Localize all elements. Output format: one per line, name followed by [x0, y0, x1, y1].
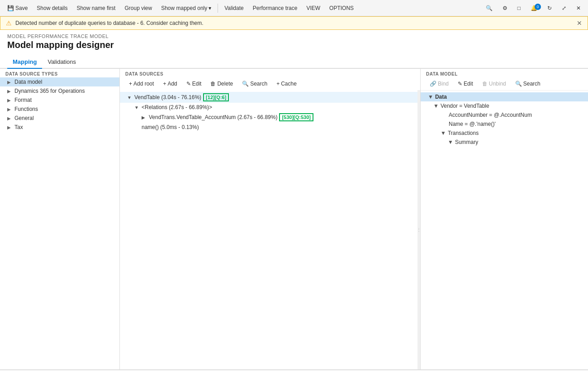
- vendtrans-label: VendTrans.VendTable_AccountNum (2.67s - …: [149, 114, 277, 120]
- data-sources-panel: DATA SOURCES + Add root + Add ✎ Edit 🗑 D…: [120, 69, 421, 369]
- sidebar-item-data-model[interactable]: ▶ Data model: [0, 77, 119, 86]
- notification-icon[interactable]: 🔔0: [527, 4, 541, 13]
- edit-icon: ✎: [186, 81, 191, 87]
- dm-node-label: Data: [435, 94, 447, 100]
- ds-node-vendtrans[interactable]: ▶ VendTrans.VendTable_AccountNum (2.67s …: [120, 112, 417, 123]
- dm-node-data[interactable]: ▼ Data: [421, 92, 588, 101]
- alert-close-button[interactable]: ✕: [577, 19, 582, 27]
- chevron-down-icon: ▼: [134, 105, 141, 110]
- performance-trace-button[interactable]: Performance trace: [249, 4, 301, 13]
- options-button[interactable]: OPTIONS: [326, 4, 357, 13]
- chevron-down-icon: ▼: [127, 95, 133, 100]
- dm-node-transactions[interactable]: ▼ Transactions: [421, 129, 588, 138]
- data-source-types-panel: DATA SOURCE TYPES ▶ Data model ▶ Dynamic…: [0, 69, 120, 369]
- details-header: ▼ DETAILS: [0, 370, 588, 373]
- add-icon: +: [163, 81, 166, 87]
- data-source-types-header: DATA SOURCE TYPES: [0, 69, 119, 77]
- chevron-down-icon: ▼: [441, 130, 446, 136]
- chevron-icon: ▶: [7, 107, 13, 112]
- search-button[interactable]: 🔍 Search: [238, 79, 271, 88]
- page-subtitle: MODEL PERFORMANCE TRACE MODEL: [7, 33, 581, 39]
- alert-banner: ⚠ Detected number of duplicate queries t…: [0, 16, 588, 30]
- sidebar-item-label: General: [14, 115, 116, 121]
- delete-button[interactable]: 🗑 Delete: [207, 79, 237, 88]
- dm-node-name[interactable]: Name = @.'name()': [421, 120, 588, 129]
- group-view-button[interactable]: Group view: [121, 4, 156, 13]
- chevron-icon: ▶: [7, 80, 13, 85]
- vendtable-label: VendTable (3.04s - 76.16%): [134, 94, 201, 100]
- sidebar-item-tax[interactable]: ▶ Tax: [0, 123, 119, 132]
- main-layout: DATA SOURCE TYPES ▶ Data model ▶ Dynamic…: [0, 69, 588, 369]
- search-icon: 🔍: [242, 81, 249, 87]
- dm-node-summary[interactable]: ▼ Summary: [421, 138, 588, 147]
- toolbar-right: 🔍 ⚙ □ 🔔0 ↻ ⤢ ✕: [482, 4, 584, 13]
- details-section: ▼ DETAILS Performance statistics Find in…: [0, 369, 588, 373]
- page-title: Model mapping designer: [7, 40, 581, 50]
- ds-node-relations[interactable]: ▼ <Relations (2.67s - 66.89%)>: [120, 103, 417, 112]
- chevron-right-icon: ▶: [142, 115, 148, 120]
- mapping-tabs: Mapping Validations: [0, 56, 588, 69]
- save-icon: 💾: [7, 5, 14, 11]
- dm-node-vendor[interactable]: ▼ Vendor = VendTable: [421, 101, 588, 110]
- add-root-icon: +: [129, 81, 132, 87]
- tab-validations[interactable]: Validations: [42, 56, 81, 69]
- unbind-button[interactable]: 🗑 Unbind: [479, 79, 510, 88]
- add-button[interactable]: + Add: [159, 79, 180, 88]
- dm-node-label: Name = @.'name()': [449, 121, 496, 127]
- sidebar-item-dynamics365[interactable]: ▶ Dynamics 365 for Operations: [0, 86, 119, 96]
- vendtrans-badge: [530][Q:530]: [279, 113, 313, 121]
- chevron-icon: ▶: [7, 116, 13, 121]
- dm-search-button[interactable]: 🔍 Search: [512, 79, 544, 88]
- settings-icon[interactable]: ⚙: [499, 4, 511, 13]
- dm-edit-button[interactable]: ✎ Edit: [454, 79, 477, 88]
- close-icon[interactable]: ✕: [573, 4, 584, 13]
- fullscreen-icon[interactable]: ⤢: [558, 4, 570, 13]
- chevron-down-icon: ▼: [428, 94, 433, 100]
- validate-button[interactable]: Validate: [221, 4, 247, 13]
- dm-edit-icon: ✎: [458, 81, 462, 87]
- bind-button[interactable]: 🔗 Bind: [426, 79, 452, 88]
- chevron-down-icon: ▼: [433, 103, 439, 109]
- chevron-icon: ▶: [7, 89, 13, 94]
- chevron-icon: ▶: [7, 98, 13, 103]
- sidebar-item-format[interactable]: ▶ Format: [0, 96, 119, 105]
- show-details-button[interactable]: Show details: [33, 4, 71, 13]
- ds-node-namefunc[interactable]: name() (5.0ms - 0.13%): [120, 123, 417, 132]
- sidebar-item-functions[interactable]: ▶ Functions: [0, 105, 119, 114]
- ds-node-vendtable[interactable]: ▼ VendTable (3.04s - 76.16%) [12][Q:6]: [120, 92, 417, 103]
- edit-button[interactable]: ✎ Edit: [183, 79, 205, 88]
- office-icon[interactable]: □: [514, 4, 524, 13]
- ds-tree: ▼ VendTable (3.04s - 76.16%) [12][Q:6] ▼…: [120, 90, 417, 369]
- cache-button[interactable]: + Cache: [273, 79, 300, 88]
- sidebar-item-label: Data model: [14, 79, 116, 85]
- main-toolbar: 💾 Save Show details Show name first Grou…: [0, 0, 588, 16]
- alert-message: Detected number of duplicate queries to …: [15, 20, 204, 26]
- tab-mapping[interactable]: Mapping: [7, 56, 42, 69]
- dm-tree: ▼ Data ▼ Vendor = VendTable AccountNumbe…: [421, 91, 588, 369]
- show-name-first-button[interactable]: Show name first: [73, 4, 119, 13]
- search-toolbar-button[interactable]: 🔍: [482, 4, 496, 13]
- vendtable-badge: [12][Q:6]: [203, 93, 229, 101]
- refresh-icon[interactable]: ↻: [544, 4, 555, 13]
- center-splitter[interactable]: ⋮: [417, 90, 420, 369]
- dm-node-label: Transactions: [448, 130, 479, 136]
- delete-icon: 🗑: [210, 81, 216, 87]
- cache-icon: +: [276, 81, 280, 87]
- sidebar-item-general[interactable]: ▶ General: [0, 114, 119, 123]
- view-button[interactable]: VIEW: [303, 4, 324, 13]
- add-root-button[interactable]: + Add root: [125, 79, 157, 88]
- data-model-toolbar: 🔗 Bind ✎ Edit 🗑 Unbind 🔍 Search: [421, 77, 588, 91]
- namefunc-label: name() (5.0ms - 0.13%): [142, 124, 199, 130]
- dm-node-accountnumber[interactable]: AccountNumber = @.AccountNum: [421, 110, 588, 120]
- unbind-icon: 🗑: [482, 81, 488, 87]
- dm-node-label: Vendor = VendTable: [441, 103, 489, 109]
- sidebar-item-label: Dynamics 365 for Operations: [14, 88, 116, 94]
- chevron-icon: ▶: [7, 125, 13, 130]
- show-mapped-only-button[interactable]: Show mapped only ▾: [157, 4, 215, 13]
- data-model-panel: DATA MODEL 🔗 Bind ✎ Edit 🗑 Unbind 🔍 Sear…: [421, 69, 588, 369]
- save-button[interactable]: 💾 Save: [4, 4, 31, 13]
- sidebar-item-label: Format: [14, 97, 116, 103]
- dm-node-label: AccountNumber = @.AccountNum: [449, 112, 532, 118]
- sidebar-item-label: Tax: [14, 124, 116, 130]
- chevron-down-icon: ▾: [209, 5, 211, 11]
